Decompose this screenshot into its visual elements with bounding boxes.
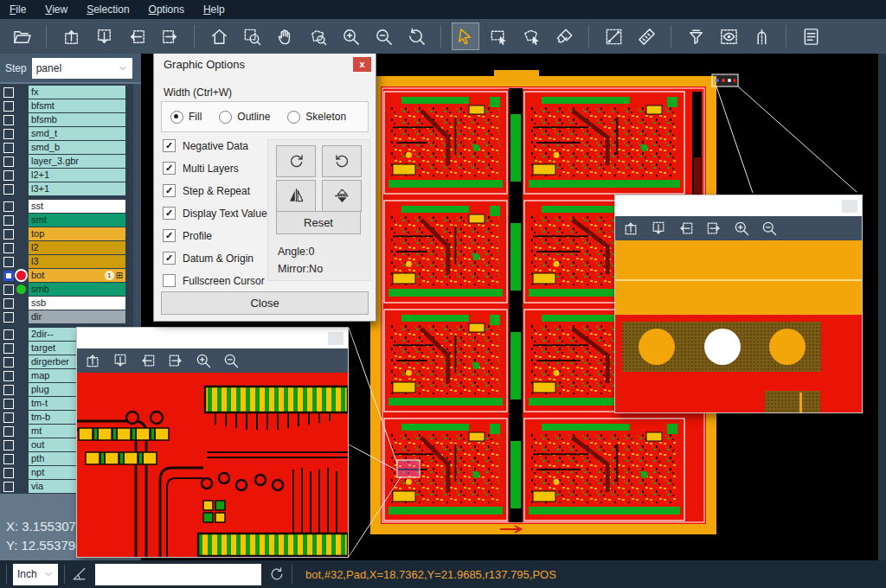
radio-outline[interactable]: Outline <box>219 111 270 124</box>
tool-pan-right[interactable] <box>157 23 183 49</box>
layer-visibility-checkbox[interactable] <box>3 129 14 139</box>
layer-row-ssb[interactable]: ssb <box>0 297 141 310</box>
layer-row-bfsmt[interactable]: bfsmt <box>0 99 141 112</box>
layer-row-smt[interactable]: smt <box>0 214 141 227</box>
popup-tool-zoom-in[interactable] <box>732 219 751 238</box>
layer-visibility-checkbox[interactable] <box>3 426 14 437</box>
layer-row-bot[interactable]: bot1⊞ <box>0 269 141 282</box>
layer-row-sst[interactable]: sst <box>0 200 141 213</box>
layer-name-chip[interactable]: bfsmb <box>29 113 125 126</box>
layer-visibility-checkbox[interactable] <box>3 385 14 395</box>
popup-collapse-button[interactable] <box>842 200 857 213</box>
layer-name-chip[interactable]: smd_b <box>29 141 125 154</box>
tool-clean-brush[interactable] <box>551 23 577 49</box>
popup-tool-pan-right[interactable] <box>704 219 723 238</box>
layer-visibility-checkbox[interactable] <box>3 157 14 167</box>
popup-tool-pan-up[interactable] <box>83 351 102 370</box>
radio-skeleton[interactable]: Skeleton <box>287 111 346 124</box>
layer-visibility-checkbox[interactable] <box>3 284 14 295</box>
menu-view[interactable]: View <box>35 1 77 18</box>
popup-zoom-view[interactable] <box>77 373 348 557</box>
layer-name-chip[interactable]: l2 <box>29 241 125 254</box>
layer-visibility-checkbox[interactable] <box>3 101 14 112</box>
tool-pan-left[interactable] <box>124 23 150 49</box>
tool-pan-down[interactable] <box>91 23 117 49</box>
tool-report-list[interactable] <box>798 23 824 49</box>
tool-view-visibility[interactable] <box>716 23 742 49</box>
tool-zoom-in[interactable] <box>337 23 363 49</box>
layer-visibility-checkbox[interactable] <box>3 271 14 281</box>
tool-zoom-previous[interactable] <box>403 23 429 49</box>
layer-row-fx[interactable]: fx <box>0 86 141 99</box>
layer-row-smd_b[interactable]: smd_b <box>0 141 141 154</box>
layer-name-chip[interactable]: ssb <box>29 297 125 310</box>
layer-visibility-checkbox[interactable] <box>3 87 14 98</box>
popup-tool-zoom-out[interactable] <box>222 351 241 370</box>
menu-help[interactable]: Help <box>194 1 234 18</box>
layer-row-top[interactable]: top <box>0 227 141 240</box>
radio-fill[interactable]: Fill <box>170 111 202 124</box>
layer-visibility-checkbox[interactable] <box>3 399 14 409</box>
layer-visibility-checkbox[interactable] <box>3 115 14 125</box>
layer-name-chip[interactable]: sst <box>29 200 125 213</box>
tool-zoom-polygon[interactable] <box>305 23 331 49</box>
checkbox-fullscreen-cursor[interactable]: Fullscreen Cursor <box>163 274 267 287</box>
popup-tool-pan-right[interactable] <box>166 351 185 370</box>
layer-visibility-checkbox[interactable] <box>3 343 14 354</box>
layer-name-chip[interactable]: l3 <box>29 255 125 268</box>
menu-file[interactable]: File <box>0 1 35 18</box>
layer-visibility-checkbox[interactable] <box>3 215 14 226</box>
rotate-cw-button[interactable] <box>276 145 316 177</box>
popup-tool-pan-down[interactable] <box>111 351 130 370</box>
layer-row-l2[interactable]: l2 <box>0 241 141 254</box>
layer-name-chip[interactable]: l3+1 <box>29 182 125 195</box>
reset-button[interactable]: Reset <box>276 211 361 234</box>
layer-visibility-checkbox[interactable] <box>3 312 14 323</box>
layer-row-dir[interactable]: dir <box>0 310 141 323</box>
close-icon[interactable]: x <box>353 57 371 72</box>
checkbox-multi-layers[interactable]: ✓Multi Layers <box>163 162 267 175</box>
unit-select[interactable]: Inch <box>13 564 58 585</box>
tool-rect-select[interactable] <box>485 23 511 49</box>
popup-title-bar[interactable] <box>77 328 348 348</box>
layer-row-smb[interactable]: smb <box>0 283 141 296</box>
popup-zoom-view[interactable] <box>615 240 862 412</box>
checkbox-negative-data[interactable]: ✓Negative Data <box>163 139 267 152</box>
layer-name-chip[interactable]: bfsmt <box>29 99 125 112</box>
layer-visibility-checkbox[interactable] <box>3 371 14 381</box>
popup-tool-pan-left[interactable] <box>677 219 696 238</box>
tool-open-folder[interactable] <box>9 23 35 49</box>
layer-visibility-checkbox[interactable] <box>3 170 14 181</box>
layer-row-l3+1[interactable]: l3+1 <box>0 182 141 195</box>
layer-name-chip[interactable]: l2+1 <box>29 169 125 182</box>
tool-measure-distance[interactable] <box>600 23 626 49</box>
menu-options[interactable]: Options <box>139 1 194 18</box>
layer-visibility-checkbox[interactable] <box>3 257 14 267</box>
layer-visibility-checkbox[interactable] <box>3 298 14 309</box>
tool-zoom-area[interactable] <box>239 23 265 49</box>
layer-visibility-checkbox[interactable] <box>3 184 14 195</box>
rotate-ccw-button[interactable] <box>322 145 362 177</box>
popup-collapse-button[interactable] <box>328 332 343 345</box>
popup-tool-zoom-out[interactable] <box>760 219 779 238</box>
checkbox-step-repeat[interactable]: ✓Step & Repeat <box>163 184 267 197</box>
popup-tool-zoom-in[interactable] <box>194 351 213 370</box>
layer-row-layer_3.gbr[interactable]: layer_3.gbr <box>0 155 141 168</box>
dialog-title-bar[interactable]: Graphic Options x <box>154 51 376 77</box>
layer-row-smd_t[interactable]: smd_t <box>0 127 141 140</box>
layer-name-chip[interactable]: fx <box>29 86 125 99</box>
layer-visibility-checkbox[interactable] <box>3 454 14 464</box>
layer-visibility-checkbox[interactable] <box>3 329 14 340</box>
mirror-vertical-button[interactable] <box>322 180 362 212</box>
layer-visibility-checkbox[interactable] <box>3 357 14 368</box>
layer-visibility-checkbox[interactable] <box>3 201 14 212</box>
layer-name-chip[interactable]: smt <box>29 214 125 227</box>
layer-visibility-checkbox[interactable] <box>3 243 14 253</box>
layer-name-chip[interactable]: bot1⊞ <box>29 269 125 282</box>
layer-row-l2+1[interactable]: l2+1 <box>0 169 141 182</box>
popup-tool-pan-left[interactable] <box>138 351 157 370</box>
layer-row-bfsmb[interactable]: bfsmb <box>0 113 141 126</box>
layer-visibility-checkbox[interactable] <box>3 412 14 423</box>
layer-name-chip[interactable]: smb <box>29 283 125 296</box>
layer-visibility-checkbox[interactable] <box>3 440 14 451</box>
